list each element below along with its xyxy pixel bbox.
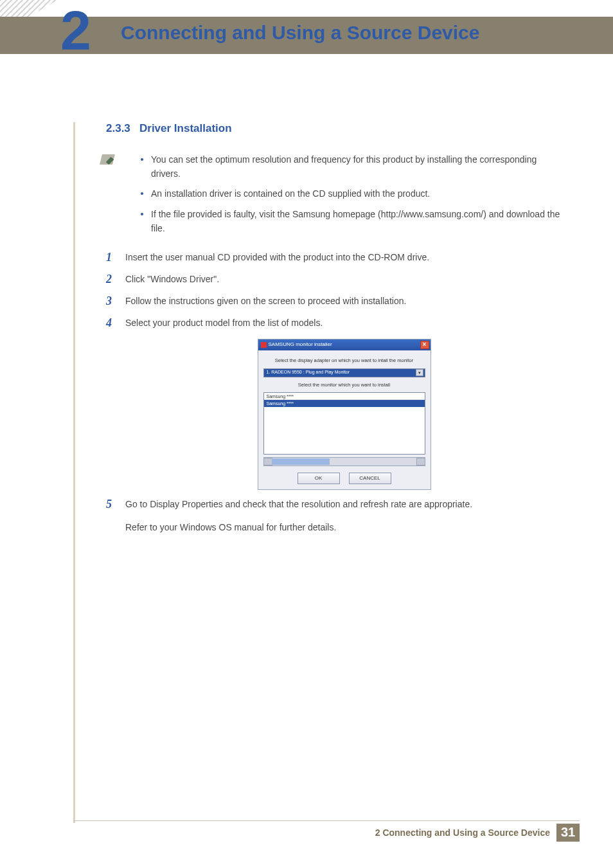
note-item: An installation driver is contained on t… <box>132 187 563 201</box>
step-item: 3 Follow the instructions given on the s… <box>106 294 563 309</box>
step-item: 5 Go to Display Properties and check tha… <box>106 498 563 534</box>
step-item: 4 Select your product model from the lis… <box>106 316 563 491</box>
step-number: 2 <box>106 271 112 289</box>
footer-text: 2 Connecting and Using a Source Device <box>375 827 550 838</box>
step-number: 3 <box>106 293 112 311</box>
note-icon <box>100 154 115 165</box>
page-footer: 2 Connecting and Using a Source Device 3… <box>73 820 580 840</box>
step-item: 2 Click "Windows Driver". <box>106 273 563 287</box>
page-number-badge: 31 <box>556 824 580 842</box>
step-item: 1 Insert the user manual CD provided wit… <box>106 251 563 265</box>
chapter-number: 2 <box>60 3 91 58</box>
note-item: If the file provided is faulty, visit th… <box>132 208 563 235</box>
list-item[interactable]: Samsung **** <box>264 400 425 407</box>
installer-monitor-prompt: Select the monitor which you want to ins… <box>263 381 425 389</box>
adapter-selected: 1. RADEON 9550 : Plug and Play Monitor <box>267 369 350 376</box>
step-text: Follow the instructions given on the scr… <box>125 296 406 306</box>
ok-button[interactable]: OK <box>298 473 340 484</box>
step-list: 1 Insert the user manual CD provided wit… <box>106 251 563 534</box>
monitor-listbox[interactable]: Samsung **** Samsung **** <box>263 392 425 455</box>
close-icon[interactable]: × <box>420 341 429 349</box>
step-extra-text: Refer to your Windows OS manual for furt… <box>125 521 563 535</box>
step-text: Click "Windows Driver". <box>125 274 219 284</box>
section-title: Driver Installation <box>139 122 232 134</box>
step-text: Go to Display Properties and check that … <box>125 499 472 509</box>
list-item[interactable]: Samsung **** <box>264 393 425 400</box>
step-number: 1 <box>106 249 112 267</box>
note-item: You can set the optimum resolution and f… <box>132 153 563 181</box>
installer-titlebar: SAMSUNG monitor installer × <box>258 339 431 350</box>
installer-adapter-prompt: Select the display adapter on which you … <box>263 357 425 365</box>
step-number: 4 <box>106 314 112 332</box>
cancel-button[interactable]: CANCEL <box>349 473 391 484</box>
chevron-down-icon[interactable]: ▾ <box>416 369 423 376</box>
chapter-title: Connecting and Using a Source Device <box>121 22 479 44</box>
step-number: 5 <box>106 496 112 514</box>
adapter-dropdown[interactable]: 1. RADEON 9550 : Plug and Play Monitor ▾ <box>263 368 425 377</box>
installer-title: SAMSUNG monitor installer <box>269 341 332 348</box>
installer-screenshot: SAMSUNG monitor installer × Select the d… <box>258 339 431 490</box>
note-block: You can set the optimum resolution and f… <box>106 153 563 235</box>
section-number: 2.3.3 <box>106 122 130 134</box>
left-margin-rule <box>73 122 75 823</box>
section-heading: 2.3.3 Driver Installation <box>106 122 563 135</box>
step-text: Insert the user manual CD provided with … <box>125 252 429 262</box>
window-icon <box>261 342 267 348</box>
horizontal-scrollbar[interactable] <box>263 457 425 466</box>
step-text: Select your product model from the list … <box>125 318 323 328</box>
note-list: You can set the optimum resolution and f… <box>132 153 563 235</box>
